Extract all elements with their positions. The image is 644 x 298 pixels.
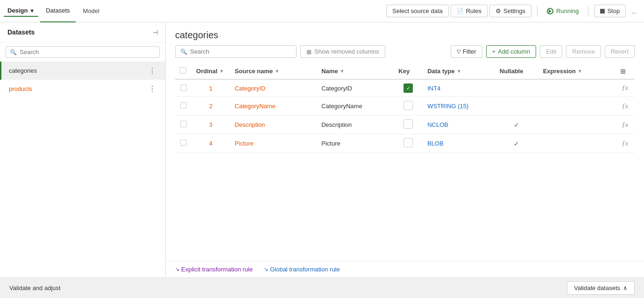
cell-fx-3[interactable]: ƒx bbox=[616, 134, 635, 153]
columns-table: Ordinal ▼ Source name ▼ bbox=[175, 63, 635, 153]
sidebar-item-products[interactable]: products ⋮ bbox=[0, 80, 165, 98]
row-checkbox-1[interactable] bbox=[180, 102, 187, 109]
row-checkbox-0[interactable] bbox=[180, 84, 187, 91]
rules-button[interactable]: 📄 Rules bbox=[451, 5, 488, 17]
row-checkbox-3[interactable] bbox=[180, 139, 187, 146]
data-type-label: Data type bbox=[427, 68, 455, 75]
global-transform-link[interactable]: ↘ Global transformation rule bbox=[264, 266, 340, 273]
stop-icon bbox=[600, 9, 605, 14]
collapse-sidebar-button[interactable]: ⊣ bbox=[153, 28, 158, 36]
source-sort-icon[interactable]: ▼ bbox=[275, 69, 279, 74]
edit-label: Edit bbox=[546, 48, 556, 55]
cell-name-1: CategoryName bbox=[317, 97, 394, 116]
validate-datasets-button[interactable]: Validate datasets ∧ bbox=[567, 281, 635, 295]
main-content: Datasets ⊣ 🔍 categories ⋮ products ⋮ cat… bbox=[0, 22, 644, 277]
fx-icon-2[interactable]: ƒx bbox=[622, 121, 628, 128]
design-button[interactable]: Design ▼ bbox=[4, 5, 38, 17]
remove-button[interactable]: Remove bbox=[566, 45, 601, 58]
table-icon: ▦ bbox=[306, 49, 311, 55]
key-unchecked-box bbox=[403, 101, 413, 110]
explicit-transform-link[interactable]: ↘ Explicit transformation rule bbox=[175, 266, 253, 273]
revert-button[interactable]: Revert bbox=[605, 45, 635, 58]
cell-source-2: Description bbox=[230, 116, 317, 134]
row-checkbox-cell bbox=[175, 79, 191, 97]
cell-fx-2[interactable]: ƒx bbox=[616, 116, 635, 134]
cell-key-3 bbox=[394, 134, 423, 153]
header-checkbox[interactable] bbox=[180, 67, 186, 74]
nullable-checkmark: ✓ bbox=[514, 121, 519, 129]
divider bbox=[537, 6, 538, 17]
ordinal-label: Ordinal bbox=[196, 68, 218, 75]
stop-button[interactable]: Stop bbox=[594, 5, 626, 17]
explicit-arrow-icon: ↘ bbox=[175, 266, 179, 272]
cell-nullable-3: ✓ bbox=[495, 134, 538, 153]
running-button[interactable]: Running bbox=[543, 6, 582, 16]
sidebar-search-box: 🔍 bbox=[6, 46, 160, 58]
ellipsis-icon: ... bbox=[631, 8, 637, 15]
model-tab[interactable]: Model bbox=[78, 0, 105, 22]
th-actions: ⊞ bbox=[616, 63, 635, 79]
panel-search-input[interactable] bbox=[190, 48, 291, 55]
fx-icon-1[interactable]: ƒx bbox=[622, 103, 628, 110]
cell-nullable-0 bbox=[495, 79, 538, 97]
row-checkbox-2[interactable] bbox=[180, 121, 187, 127]
collapse-icon: ⊣ bbox=[153, 29, 158, 36]
cell-fx-1[interactable]: ƒx bbox=[616, 97, 635, 116]
more-button[interactable]: ... bbox=[628, 4, 640, 18]
global-arrow-icon: ↘ bbox=[264, 266, 268, 272]
add-column-label: Add column bbox=[498, 48, 530, 55]
settings-button[interactable]: ⚙ Settings bbox=[489, 5, 531, 17]
search-icon: 🔍 bbox=[10, 49, 17, 55]
edit-button[interactable]: Edit bbox=[540, 45, 562, 58]
datatype-sort-icon[interactable]: ▼ bbox=[457, 69, 461, 74]
cell-key-0: ✓ bbox=[394, 79, 423, 97]
plus-icon: + bbox=[492, 48, 496, 55]
fx-icon-3[interactable]: ƒx bbox=[622, 140, 628, 147]
key-checked-icon: ✓ bbox=[403, 83, 413, 93]
row-checkbox-cell bbox=[175, 97, 191, 116]
sidebar-item-categories-menu[interactable]: ⋮ bbox=[147, 65, 158, 76]
show-removed-button[interactable]: ▦ Show removed columns bbox=[300, 45, 385, 58]
rules-icon: 📄 bbox=[457, 8, 464, 14]
cell-datatype-1: WSTRING (15) bbox=[423, 97, 495, 116]
panel-toolbar: 🔍 ▦ Show removed columns ▽ Filter + Add … bbox=[166, 45, 644, 63]
cell-ordinal-2: 3 bbox=[191, 116, 230, 134]
play-icon bbox=[547, 8, 553, 14]
panel-search-icon: 🔍 bbox=[180, 49, 187, 55]
cell-nullable-2: ✓ bbox=[495, 116, 538, 134]
key-unchecked-box bbox=[403, 138, 413, 147]
grid-icon[interactable]: ⊞ bbox=[620, 68, 626, 75]
sidebar-search-input[interactable] bbox=[20, 49, 156, 55]
sidebar-item-products-label: products bbox=[9, 85, 32, 92]
cell-key-2 bbox=[394, 116, 423, 134]
fx-icon-0[interactable]: ƒx bbox=[622, 84, 628, 91]
sidebar-item-categories[interactable]: categories ⋮ bbox=[0, 62, 165, 80]
ordinal-sort-icon[interactable]: ▼ bbox=[219, 69, 224, 74]
footer-label: Validate and adjust bbox=[9, 284, 61, 291]
row-checkbox-cell bbox=[175, 116, 191, 134]
th-key: Key bbox=[394, 63, 423, 79]
name-label: Name bbox=[321, 68, 338, 75]
select-source-button[interactable]: Select source data bbox=[386, 5, 449, 17]
rules-label: Rules bbox=[466, 7, 481, 14]
row-checkbox-cell bbox=[175, 134, 191, 153]
filter-button[interactable]: ▽ Filter bbox=[451, 45, 482, 58]
add-column-button[interactable]: + Add column bbox=[486, 45, 536, 58]
th-nullable: Nullable bbox=[495, 63, 538, 79]
global-transform-label: Global transformation rule bbox=[270, 266, 340, 273]
sidebar-items: categories ⋮ products ⋮ bbox=[0, 62, 165, 277]
name-sort-icon[interactable]: ▼ bbox=[340, 69, 345, 74]
cell-expression-3 bbox=[538, 134, 616, 153]
th-source-name: Source name ▼ bbox=[230, 63, 317, 79]
expression-sort-icon[interactable]: ▼ bbox=[578, 69, 582, 74]
design-chevron-icon: ▼ bbox=[29, 8, 35, 14]
datasets-tab[interactable]: Datasets bbox=[40, 0, 75, 22]
sidebar-item-products-menu[interactable]: ⋮ bbox=[147, 83, 158, 94]
cell-fx-0[interactable]: ƒx bbox=[616, 79, 635, 97]
cell-key-1 bbox=[394, 97, 423, 116]
table-header-row: Ordinal ▼ Source name ▼ bbox=[175, 63, 635, 79]
settings-label: Settings bbox=[503, 7, 525, 14]
expression-label: Expression bbox=[543, 68, 576, 75]
th-ordinal: Ordinal ▼ bbox=[191, 63, 230, 79]
cell-source-1: CategoryName bbox=[230, 97, 317, 116]
